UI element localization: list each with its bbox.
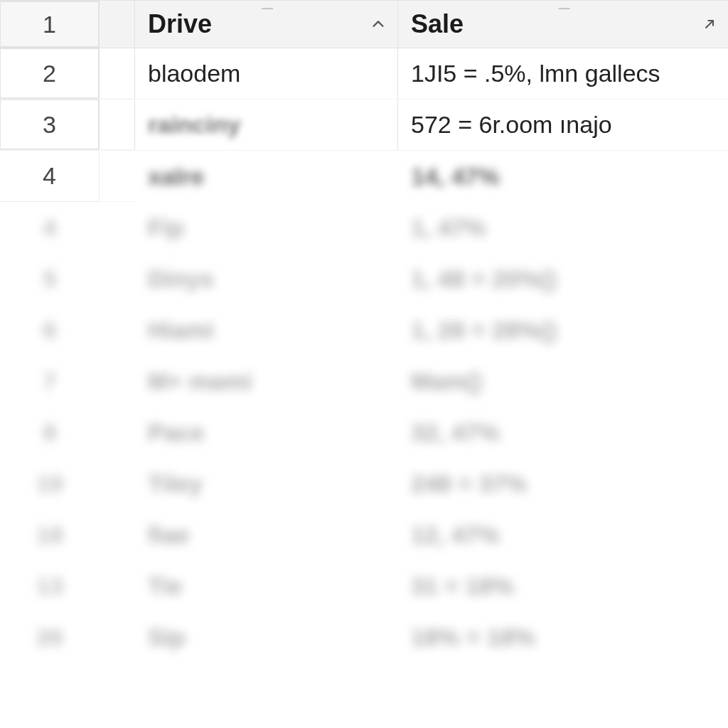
cell-value: Fip (148, 214, 184, 242)
cell-value: 12, 47% (411, 521, 500, 549)
table-row: 5 Dinys 1, 48 = 20%() (0, 253, 728, 304)
gap-cell (100, 48, 135, 99)
cell-value: Sip (148, 623, 186, 651)
cell-value: 1, 28 = 28%() (411, 316, 557, 344)
cell-value: rainciny (148, 111, 240, 139)
column-handle-icon: — (559, 2, 568, 15)
cell-drive[interactable]: xalre (135, 151, 398, 202)
expand-icon[interactable] (702, 17, 717, 31)
row-number-label: 7 (43, 368, 57, 395)
row-number-label: 6 (43, 316, 57, 344)
svg-line-0 (706, 21, 713, 28)
table-row: 4 xalre 14, 47% (0, 151, 728, 202)
cell-value: Dinys (148, 265, 214, 293)
row-number-label: 18 (36, 521, 63, 549)
spreadsheet[interactable]: 1 — Drive — Sale 2 blaodem 1JI5 = .5%, l… (0, 0, 728, 728)
gap-cell (100, 151, 135, 202)
row-number-label: 8 (43, 419, 57, 446)
table-row: 13 Tie 31 = 18% (0, 560, 728, 611)
gap-cell (100, 100, 135, 150)
table-row: 8 Pace 32, 47% (0, 407, 728, 458)
row-number-label: 13 (36, 572, 63, 600)
row-number[interactable]: 3 (0, 100, 100, 150)
table-row: 6 Hiami 1, 28 = 28%() (0, 304, 728, 355)
cell-value: 572 = 6r.oom ınajo (411, 111, 612, 139)
row-number-label: 26 (36, 623, 63, 651)
gap-cell (100, 1, 135, 48)
row-number-header[interactable]: 1 (0, 1, 100, 48)
cell-sale[interactable]: 14, 47% (398, 151, 728, 202)
row-number-label: 3 (43, 111, 56, 139)
row-number-label: 19 (36, 470, 63, 498)
cell-value: 1JI5 = .5%, lmn gallecs (411, 60, 660, 87)
cell-value: Tiley (148, 470, 203, 498)
row-number-label: 4 (43, 162, 56, 190)
cell-sale[interactable]: 1JI5 = .5%, lmn gallecs (398, 48, 728, 99)
table-row: 26 Sip 18% = 18% (0, 611, 728, 663)
table-row: 7 M+ mami Mam() (0, 355, 728, 407)
cell-value: 18% = 18% (411, 623, 535, 651)
table-row: 19 Tiley 248 = 37% (0, 458, 728, 509)
row-number-label: 2 (43, 60, 56, 87)
column-header-sale[interactable]: — Sale (398, 1, 728, 48)
cell-value: Tie (148, 572, 183, 600)
table-row: 18 fiae 12, 47% (0, 509, 728, 560)
cell-value: Pace (148, 419, 204, 446)
cell-value: fiae (148, 521, 190, 549)
table-row: 3 rainciny 572 = 6r.oom ınajo (0, 100, 728, 151)
cell-drive[interactable]: blaodem (135, 48, 398, 99)
row-number-label: 4 (43, 214, 57, 242)
cell-value: Mam() (411, 368, 482, 395)
cell-value: M+ mami (148, 368, 252, 395)
cell-value: xalre (148, 163, 204, 191)
table-row: 4 Fip 1, 47% (0, 202, 728, 253)
cell-value: 31 = 18% (411, 572, 514, 600)
header-row: 1 — Drive — Sale (0, 0, 728, 48)
table-row: 2 blaodem 1JI5 = .5%, lmn gallecs (0, 48, 728, 100)
column-header-drive[interactable]: — Drive (135, 1, 398, 48)
row-number-label: 5 (43, 265, 57, 293)
column-handle-icon: — (262, 2, 271, 15)
cell-sale[interactable]: 572 = 6r.oom ınajo (398, 100, 728, 150)
row-number[interactable]: 2 (0, 48, 100, 99)
blurred-rows: 4 Fip 1, 47% 5 Dinys 1, 48 = 20%() 6 Hia… (0, 202, 728, 663)
cell-value: Hiami (148, 316, 214, 344)
cell-value: 14, 47% (411, 163, 500, 191)
row-number-label: 1 (43, 11, 56, 38)
sort-asc-icon[interactable] (370, 16, 386, 32)
row-number[interactable]: 4 (0, 151, 100, 202)
cell-value: 1, 48 = 20%() (411, 265, 557, 293)
cell-drive[interactable]: rainciny (135, 100, 398, 150)
cell-value: blaodem (148, 60, 240, 87)
column-header-sale-label: Sale (411, 9, 464, 39)
cell-value: 1, 47% (411, 214, 486, 242)
cell-value: 32, 47% (411, 419, 500, 446)
cell-value: 248 = 37% (411, 470, 528, 498)
column-header-drive-label: Drive (148, 9, 212, 39)
